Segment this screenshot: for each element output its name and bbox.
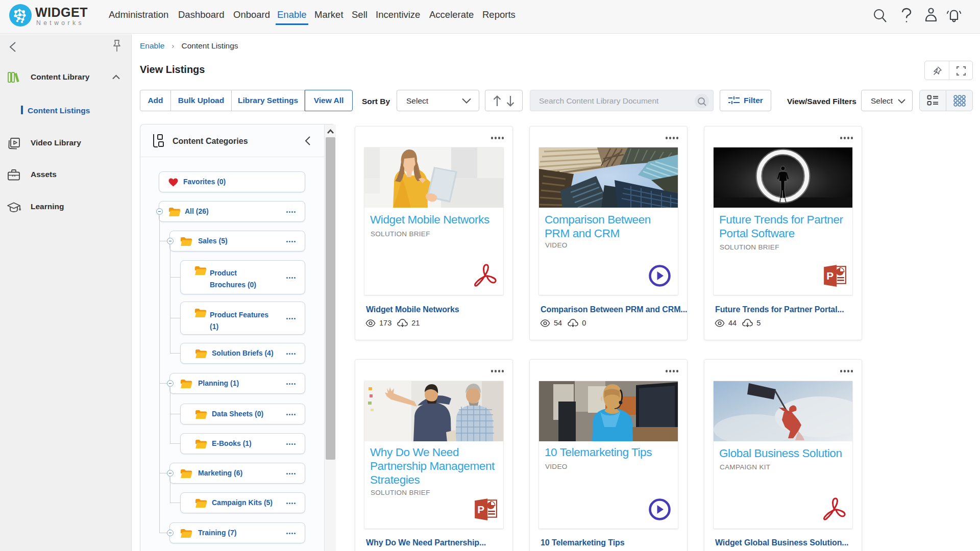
svg-text:P: P [477,504,484,515]
svg-text:P: P [826,270,834,282]
